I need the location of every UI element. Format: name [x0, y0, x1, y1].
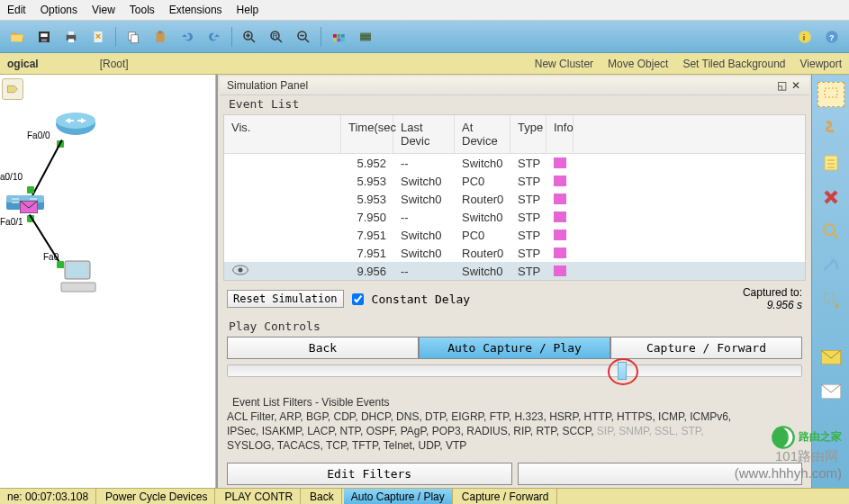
draw-tool-icon[interactable] — [817, 253, 844, 278]
table-header: Vis. Time(sec Last Devic At Device Type … — [224, 115, 805, 154]
edit-filters-button[interactable]: Edit Filters — [227, 463, 512, 485]
table-row[interactable]: 9.956--Switch0STP — [224, 262, 805, 280]
router-device[interactable] — [54, 111, 97, 140]
svg-rect-41 — [61, 283, 95, 292]
save-icon[interactable] — [32, 25, 56, 49]
tiled-bg-action[interactable]: Set Tiled Background — [682, 58, 785, 70]
svg-rect-21 — [333, 34, 337, 38]
constant-delay-checkbox[interactable] — [352, 293, 364, 305]
wizard-icon[interactable] — [86, 25, 110, 49]
link-router-switch — [32, 140, 63, 196]
annotation-circle — [608, 358, 638, 385]
paste-icon[interactable] — [149, 25, 172, 49]
svg-rect-40 — [68, 264, 87, 276]
svg-text:?: ? — [829, 32, 835, 41]
svg-rect-22 — [338, 34, 341, 38]
play-controls-tab[interactable]: PLAY CONTR — [217, 489, 301, 504]
select-tool-icon[interactable] — [817, 82, 844, 107]
port-label-fa0: Fa0 — [43, 252, 59, 262]
filters-extra-button[interactable] — [518, 463, 803, 485]
col-last[interactable]: Last Devic — [393, 115, 455, 153]
col-at[interactable]: At Device — [455, 115, 510, 153]
close-panel-icon[interactable]: ✕ — [790, 79, 802, 92]
zoom-in-icon[interactable] — [238, 25, 261, 49]
back-tab[interactable]: Back — [303, 489, 342, 504]
svg-rect-10 — [158, 31, 163, 33]
speed-slider[interactable] — [227, 364, 802, 377]
copy-icon[interactable] — [122, 25, 145, 49]
sim-time: ne: 00:07:03.108 — [0, 489, 96, 504]
constant-delay-label: Constant Delay — [372, 292, 471, 306]
open-icon[interactable] — [5, 25, 29, 49]
event-filters: Event List Filters - Visible Events ACL … — [227, 395, 802, 454]
col-info[interactable]: Info — [546, 115, 574, 153]
table-row[interactable]: 7.951Switch0PC0STP — [224, 226, 805, 244]
logical-tab[interactable]: ogical — [7, 58, 39, 70]
col-time[interactable]: Time(sec — [341, 115, 393, 153]
menu-view[interactable]: View — [92, 4, 115, 16]
svg-text:i: i — [803, 32, 806, 41]
add-simple-pdu-icon[interactable] — [817, 345, 844, 370]
zoom-reset-icon[interactable]: R — [265, 25, 288, 49]
inspect-tool-icon[interactable] — [817, 219, 844, 244]
delete-tool-icon[interactable] — [817, 184, 844, 210]
undo-icon[interactable] — [176, 25, 199, 49]
col-type[interactable]: Type — [510, 115, 546, 153]
viewport-action[interactable]: Viewport — [800, 58, 842, 70]
move-tool-icon[interactable] — [817, 116, 844, 141]
table-row[interactable]: 7.951Switch0Router0STP — [224, 244, 805, 262]
auto-capture-tab[interactable]: Auto Capture / Play — [344, 489, 453, 504]
reset-simulation-button[interactable]: Reset Simulation — [227, 290, 344, 308]
eye-icon — [231, 265, 249, 278]
menu-extensions[interactable]: Extensions — [169, 4, 222, 16]
add-complex-pdu-icon[interactable] — [817, 379, 844, 404]
pc-device[interactable] — [59, 259, 97, 296]
help-icon[interactable]: ? — [820, 25, 844, 49]
col-vis[interactable]: Vis. — [224, 115, 341, 153]
svg-rect-4 — [68, 32, 74, 35]
play-controls-label: Play Controls — [220, 316, 809, 337]
svg-rect-9 — [157, 32, 165, 41]
svg-line-16 — [278, 39, 282, 42]
table-row[interactable]: 5.953Switch0Router0STP — [224, 190, 805, 208]
menu-options[interactable]: Options — [41, 4, 77, 16]
palette-icon[interactable] — [327, 25, 350, 49]
svg-rect-27 — [360, 32, 371, 40]
menu-edit[interactable]: Edit — [7, 4, 26, 16]
menu-tools[interactable]: Tools — [130, 4, 155, 16]
info-icon[interactable]: i — [793, 25, 817, 49]
svg-rect-2 — [41, 39, 47, 41]
back-button[interactable]: Back — [227, 337, 419, 359]
power-cycle[interactable]: Power Cycle Devices — [98, 489, 215, 504]
move-object-action[interactable]: Move Object — [608, 58, 668, 70]
table-row[interactable]: 5.953Switch0PC0STP — [224, 172, 805, 190]
root-breadcrumb[interactable]: [Root] — [100, 58, 129, 70]
svg-rect-44 — [825, 88, 837, 97]
svg-rect-28 — [360, 35, 371, 36]
detach-panel-icon[interactable]: ◱ — [775, 79, 788, 92]
table-row[interactable]: 5.952--Switch0STP — [224, 154, 805, 172]
svg-point-51 — [824, 224, 835, 235]
redo-icon[interactable] — [203, 25, 226, 49]
table-row[interactable]: 7.950--Switch0STP — [224, 208, 805, 226]
zoom-out-icon[interactable] — [292, 25, 315, 49]
capture-forward-button[interactable]: Capture / Forward — [610, 337, 802, 359]
svg-rect-25 — [338, 38, 341, 41]
simulation-panel: Simulation Panel ◱ ✕ Event List Vis. Tim… — [216, 75, 811, 500]
note-tool-icon[interactable] — [817, 150, 844, 176]
port-label-a010: a0/10 — [0, 172, 23, 182]
bottom-status-bar: ne: 00:07:03.108 Power Cycle Devices PLA… — [0, 488, 849, 504]
drawer-icon[interactable] — [354, 25, 377, 49]
sub-toolbar: ogical [Root] New Cluster Move Object Se… — [0, 53, 849, 75]
auto-capture-play-button[interactable]: Auto Capture / Play — [419, 337, 610, 359]
new-cluster-action[interactable]: New Cluster — [535, 58, 593, 70]
topology-canvas[interactable]: Fa0/0 a0/10 Fa0/1 Fa0 — [0, 75, 216, 500]
menubar: EditOptionsViewToolsExtensionsHelp — [0, 0, 849, 21]
event-list-label: Event List — [220, 95, 809, 112]
svg-rect-29 — [360, 38, 371, 39]
resize-tool-icon[interactable] — [817, 287, 844, 312]
menu-help[interactable]: Help — [237, 4, 259, 16]
nav-root-icon[interactable] — [2, 78, 23, 100]
capture-fwd-tab[interactable]: Capture / Forward — [455, 489, 557, 504]
print-icon[interactable] — [59, 25, 83, 49]
